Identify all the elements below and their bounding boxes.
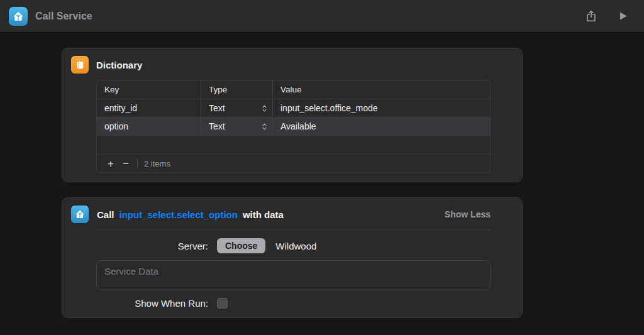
key-field[interactable]: option xyxy=(97,118,201,135)
server-label: Server: xyxy=(96,241,208,251)
with-data-label: with data xyxy=(243,209,284,220)
home-assistant-app-icon xyxy=(9,7,28,26)
service-data-placeholder: Service Data xyxy=(104,266,158,277)
house-icon xyxy=(12,10,25,23)
editor-canvas: Dictionary Key Type Value entity_id Text xyxy=(0,33,644,335)
titlebar-left: Call Service xyxy=(9,7,92,26)
run-button[interactable] xyxy=(617,10,629,22)
column-header-type: Type xyxy=(201,80,273,99)
table-row: option Text Available xyxy=(97,118,490,136)
dictionary-card-header: Dictionary xyxy=(71,56,512,74)
type-selector[interactable]: Text xyxy=(201,118,273,135)
share-icon xyxy=(584,9,598,23)
call-card-header: Call input_select.select_option with dat… xyxy=(71,206,491,223)
column-header-value: Value xyxy=(273,80,490,99)
add-item-button[interactable]: + xyxy=(103,158,118,169)
titlebar: Call Service xyxy=(0,0,644,33)
stepper-chevrons-icon xyxy=(262,122,267,131)
stepper-chevrons-icon xyxy=(262,104,267,113)
call-action-label: Call xyxy=(97,209,114,220)
titlebar-actions xyxy=(584,9,629,23)
footer-divider xyxy=(137,158,138,168)
choose-server-button[interactable]: Choose xyxy=(217,238,265,253)
items-count: 2 items xyxy=(144,159,170,168)
service-link[interactable]: input_select.select_option xyxy=(119,209,238,220)
dictionary-table-header: Key Type Value xyxy=(97,80,490,99)
dictionary-table: Key Type Value entity_id Text input_sele… xyxy=(96,80,491,173)
call-card-body: Server: Choose Wildwood Service Data Sho… xyxy=(96,229,491,309)
share-button[interactable] xyxy=(584,9,598,23)
service-data-textarea[interactable]: Service Data xyxy=(96,260,491,290)
value-field[interactable]: Available xyxy=(273,118,490,135)
column-header-key: Key xyxy=(97,80,201,99)
show-when-run-label: Show When Run: xyxy=(96,298,208,309)
server-value: Wildwood xyxy=(275,241,316,251)
dictionary-book-icon xyxy=(71,56,89,74)
dictionary-action-card: Dictionary Key Type Value entity_id Text xyxy=(62,48,523,182)
home-assistant-action-icon xyxy=(71,206,89,223)
value-field[interactable]: input_select.office_mode xyxy=(273,99,490,117)
type-selector[interactable]: Text xyxy=(201,99,273,117)
window-title: Call Service xyxy=(35,11,92,22)
show-when-run-row: Show When Run: xyxy=(96,298,491,309)
table-row: entity_id Text input_select.office_mode xyxy=(97,99,490,118)
key-field[interactable]: entity_id xyxy=(97,99,201,117)
call-service-action-card: Call input_select.select_option with dat… xyxy=(62,197,523,318)
show-when-run-checkbox[interactable] xyxy=(217,298,228,309)
show-less-toggle[interactable]: Show Less xyxy=(445,209,491,219)
dictionary-title: Dictionary xyxy=(96,60,142,70)
type-value: Text xyxy=(209,121,225,131)
remove-item-button[interactable]: − xyxy=(118,158,133,169)
empty-table-row xyxy=(97,136,490,155)
type-value: Text xyxy=(209,103,225,113)
server-row: Server: Choose Wildwood xyxy=(96,238,491,253)
book-icon xyxy=(75,60,85,70)
play-icon xyxy=(617,10,629,22)
dictionary-table-footer: + − 2 items xyxy=(97,155,490,172)
header-divider xyxy=(96,229,491,230)
house-icon xyxy=(74,209,86,220)
